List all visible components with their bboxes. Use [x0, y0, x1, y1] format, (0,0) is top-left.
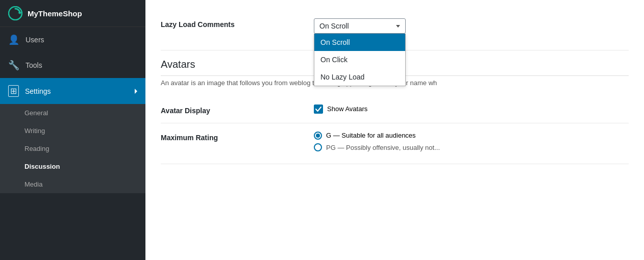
- lazy-load-select-wrapper: On Scroll On Scroll On Click No Lazy Loa…: [314, 18, 406, 34]
- sidebar-item-discussion[interactable]: Discussion: [0, 158, 145, 175]
- sidebar-item-writing-label: Writing: [24, 127, 45, 135]
- sidebar-item-tools[interactable]: 🔧 Tools: [0, 53, 145, 78]
- tools-icon: 🔧: [8, 60, 19, 71]
- sidebar-item-general[interactable]: General: [0, 104, 145, 122]
- select-arrow-icon: [396, 25, 400, 28]
- show-avatars-label: Show Avatars: [327, 105, 367, 113]
- sidebar-item-reading[interactable]: Reading: [0, 140, 145, 158]
- sidebar-item-tools-label: Tools: [26, 61, 42, 69]
- lazy-load-row: Lazy Load Comments On Scroll On Scroll O…: [161, 10, 629, 50]
- rating-pg-radio[interactable]: [314, 143, 322, 151]
- maximum-rating-row: Maximum Rating G — Suitable for all audi…: [161, 123, 629, 165]
- sidebar-item-media[interactable]: Media: [0, 175, 145, 193]
- settings-sub-menu: General Writing Reading Discussion Media: [0, 104, 145, 193]
- avatar-display-label: Avatar Display: [161, 105, 314, 115]
- sidebar-item-discussion-label: Discussion: [24, 163, 60, 170]
- sidebar-item-users[interactable]: 👤 Users: [0, 27, 145, 53]
- sidebar-item-reading-label: Reading: [24, 145, 49, 152]
- checkmark-icon: [315, 106, 321, 112]
- avatar-display-control: Show Avatars: [314, 105, 629, 114]
- settings-arrow-icon: [135, 89, 137, 94]
- sidebar: MyThemeShop 👤 Users 🔧 Tools ⊞ Settings G…: [0, 0, 145, 260]
- sidebar-item-media-label: Media: [24, 180, 42, 188]
- mythemeshop-logo-icon: [8, 6, 22, 20]
- rating-g-radio[interactable]: [314, 132, 322, 140]
- content-area: Lazy Load Comments On Scroll On Scroll O…: [145, 0, 644, 260]
- maximum-rating-label: Maximum Rating: [161, 132, 314, 142]
- avatar-display-row: Avatar Display Show Avatars: [161, 96, 629, 123]
- lazy-load-control: On Scroll On Scroll On Click No Lazy Loa…: [314, 18, 629, 42]
- sidebar-item-settings[interactable]: ⊞ Settings: [0, 78, 145, 104]
- rating-g-label: G — Suitable for all audiences: [326, 132, 416, 139]
- sidebar-logo-text: MyThemeShop: [28, 9, 82, 18]
- sidebar-item-general-label: General: [24, 109, 48, 117]
- rating-pg-row: PG — Possibly offensive, usually not...: [314, 143, 629, 153]
- show-avatars-checkbox[interactable]: [314, 105, 323, 114]
- sidebar-item-settings-label: Settings: [25, 87, 51, 95]
- lazy-load-label: Lazy Load Comments: [161, 18, 314, 29]
- maximum-rating-control: G — Suitable for all audiences PG — Poss…: [314, 132, 629, 156]
- rating-pg-label: PG — Possibly offensive, usually not...: [326, 143, 440, 153]
- dropdown-option-on-scroll[interactable]: On Scroll: [314, 34, 405, 51]
- dropdown-option-on-click[interactable]: On Click: [314, 51, 405, 68]
- lazy-load-dropdown: On Scroll On Click No Lazy Load: [314, 34, 406, 86]
- sidebar-logo[interactable]: MyThemeShop: [0, 0, 145, 27]
- main-content: Lazy Load Comments On Scroll On Scroll O…: [145, 0, 644, 260]
- rating-g-row: G — Suitable for all audiences: [314, 132, 629, 140]
- sidebar-item-writing[interactable]: Writing: [0, 122, 145, 140]
- show-avatars-checkbox-row: Show Avatars: [314, 105, 629, 114]
- sidebar-item-users-label: Users: [26, 36, 44, 44]
- settings-icon: ⊞: [8, 85, 19, 97]
- users-icon: 👤: [8, 34, 19, 45]
- dropdown-option-no-lazy-load[interactable]: No Lazy Load: [314, 68, 405, 86]
- lazy-load-select-button[interactable]: On Scroll: [314, 18, 406, 34]
- lazy-load-selected-value: On Scroll: [319, 22, 349, 30]
